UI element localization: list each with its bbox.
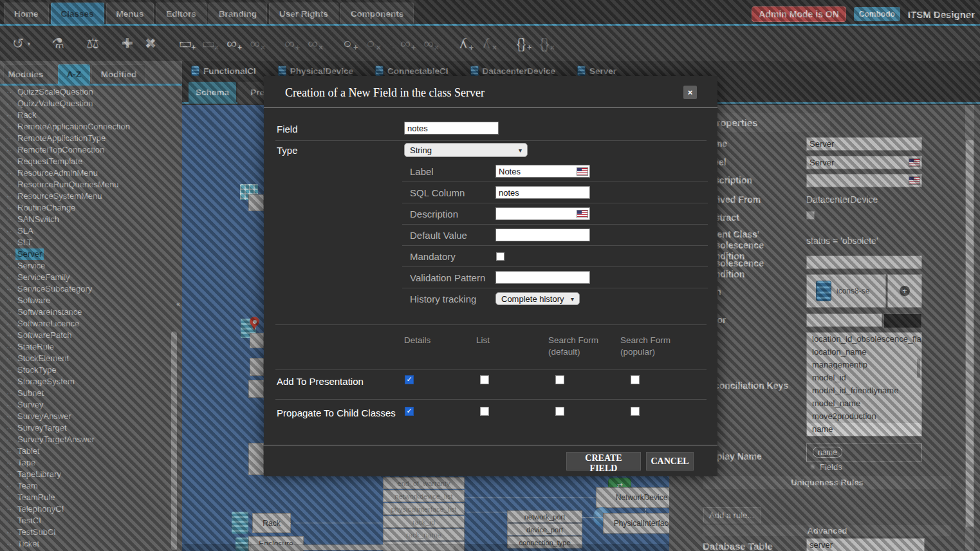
sidebar-class-item[interactable]: RemoteiTopConnection — [0, 144, 182, 156]
fields-radio-icon[interactable] — [809, 464, 815, 470]
sidebar-class-item[interactable]: QuizzValueQuestion — [0, 98, 182, 109]
sidebar-class-item[interactable]: ResourceRunQueriesMenu — [0, 179, 182, 191]
sidebar-class-item[interactable]: StorageSystem — [0, 376, 182, 388]
mandatory-checkbox[interactable] — [496, 252, 504, 261]
sidebar-class-item[interactable]: StockType — [0, 364, 182, 376]
sql-column-input[interactable] — [495, 186, 590, 199]
propagate-list-checkbox[interactable] — [480, 407, 489, 416]
sidebar-class-item[interactable]: Service — [0, 260, 182, 272]
sidebar-class-item[interactable]: ResourceAdminMenu — [0, 167, 182, 179]
sidebar-tab-modules[interactable]: Modules — [3, 64, 48, 84]
remove-node-button[interactable]: ʎ× — [477, 35, 495, 52]
add-to-presentation-list-checkbox[interactable] — [480, 375, 489, 384]
sidebar-class-item[interactable]: SoftwareInstance — [0, 306, 182, 318]
add-field-button[interactable]: ▭+ — [176, 35, 194, 52]
sidebar-class-item[interactable]: ServiceFamily — [0, 272, 182, 283]
propagate-search-default-checkbox[interactable] — [555, 407, 564, 416]
class-tab[interactable]: PhysicalDevice — [278, 66, 353, 76]
sidebar-class-item[interactable]: TapeLibrary — [0, 469, 182, 480]
topnav-tab[interactable]: Home — [4, 3, 49, 24]
sidebar-class-item[interactable]: Survey — [0, 399, 182, 411]
field-input[interactable] — [404, 122, 499, 135]
sidebar-scrollbar[interactable] — [171, 332, 177, 550]
tab-schema[interactable]: Schema — [189, 82, 236, 104]
undo-menu-caret[interactable]: ▾ — [26, 41, 32, 47]
topnav-tab[interactable]: Branding — [208, 3, 267, 24]
attribute-row[interactable]: end_of_warranty — [383, 477, 465, 489]
sidebar-class-item[interactable]: TestCI — [0, 515, 182, 527]
topnav-tab[interactable]: Classes — [51, 3, 104, 24]
sidebar-collapse-handle[interactable]: « — [176, 301, 180, 308]
reconciliation-key-item[interactable]: move2production — [807, 410, 921, 423]
obsolescence-input[interactable] — [806, 256, 922, 269]
add-method-button[interactable]: {}+ — [512, 35, 530, 52]
sidebar-class-item[interactable]: Rack — [0, 109, 182, 121]
sidebar-class-item[interactable]: ServiceSubcategory — [0, 283, 182, 295]
color-input[interactable] — [806, 313, 882, 327]
sidebar-class-item[interactable]: SoftwarePatch — [0, 330, 182, 341]
propagate-search-popular-checkbox[interactable] — [631, 407, 640, 416]
compare-icon[interactable]: ⚖ — [84, 35, 102, 52]
sidebar-class-item[interactable]: RemoteApplicationConnection — [0, 121, 182, 133]
sandbox-icon[interactable]: ⚗ — [49, 35, 67, 52]
scrollbar-thumb[interactable] — [966, 140, 974, 527]
color-swatch[interactable] — [883, 313, 922, 328]
topnav-tab[interactable]: User Rights — [269, 3, 338, 24]
attribute-row[interactable]: rack_id — [383, 516, 465, 528]
reconciliation-key-item[interactable]: model_id_friendlyname — [807, 384, 921, 397]
topnav-tab[interactable]: Editors — [156, 3, 207, 24]
remove-field-button[interactable]: ▭× — [199, 35, 217, 52]
sidebar-class-item[interactable]: SurveyAnswer — [0, 411, 182, 422]
rack-entity-box[interactable]: Rack — [252, 513, 291, 533]
add-rule-button[interactable]: Add a rule... — [703, 507, 761, 523]
icon-preview[interactable]: icons8-se — [806, 274, 886, 308]
remove-relation-button[interactable]: ∞× — [420, 35, 438, 52]
undo-button[interactable]: ↺ — [9, 35, 27, 52]
description-input[interactable] — [495, 207, 590, 220]
history-tracking-select[interactable]: Complete history▾ — [495, 292, 580, 305]
display-name-box[interactable]: name — [806, 443, 922, 462]
add-to-presentation-search-popular-checkbox[interactable] — [631, 375, 640, 384]
attribute-row[interactable]: rack_name — [383, 528, 465, 541]
sidebar-class-item[interactable]: QuizzScaleQuestion — [0, 86, 182, 98]
reconciliation-key-item[interactable]: model_id — [807, 371, 921, 384]
class-tab[interactable]: ConnectableCI — [375, 66, 448, 76]
sidebar-class-item[interactable]: RemoteApplicationType — [0, 133, 182, 144]
reconciliation-key-item[interactable]: managementip — [807, 359, 921, 371]
add-lifecycle-button[interactable]: ○+ — [338, 35, 356, 52]
add-class-button[interactable]: ✚ — [118, 35, 136, 52]
sidebar-tab-modified[interactable]: Modified — [91, 64, 146, 84]
class-tab[interactable]: FunctionalCI — [191, 66, 256, 76]
database-table-input[interactable] — [806, 538, 925, 551]
remove-method-button[interactable]: {}× — [535, 35, 553, 52]
name-input[interactable] — [806, 137, 922, 151]
add-to-presentation-details-checkbox[interactable] — [405, 375, 414, 384]
sidebar-class-item[interactable]: Ticket — [0, 538, 182, 550]
sidebar-class-item[interactable]: SoftwareLicence — [0, 318, 182, 330]
list-scrollbar[interactable] — [917, 359, 920, 378]
sidebar-class-item[interactable]: TestSubCI — [0, 527, 182, 538]
sidebar-class-item[interactable]: StockElement — [0, 353, 182, 364]
abstract-checkbox[interactable] — [806, 211, 815, 219]
scrollbar-thumb[interactable] — [251, 545, 454, 550]
close-icon[interactable]: × — [683, 86, 697, 99]
add-link-button[interactable]: ∞+ — [223, 35, 241, 52]
reconciliation-key-item[interactable]: location_id_obsolescence_flag — [807, 333, 921, 346]
sidebar-class-item[interactable]: Tablet — [0, 445, 182, 457]
label-input[interactable] — [495, 165, 590, 178]
attribute-row[interactable]: networkdevice_list — [383, 490, 465, 502]
delete-class-button[interactable]: ✖ — [142, 35, 160, 52]
topnav-tab[interactable]: Components — [340, 3, 414, 24]
sidebar-class-item[interactable]: SurveyTarget — [0, 422, 182, 434]
validation-pattern-input[interactable] — [495, 271, 590, 284]
sidebar-class-item[interactable]: SLT — [0, 237, 182, 248]
sidebar-class-item[interactable]: Subnet — [0, 388, 182, 399]
remove-link-button[interactable]: ∞× — [246, 35, 264, 52]
attribute-row[interactable]: physicalinterface_list — [383, 503, 465, 515]
description-input[interactable] — [806, 174, 922, 187]
remove-lifecycle-button[interactable]: ○× — [362, 35, 380, 52]
sidebar-class-item[interactable]: SurveyTargetAnswer — [0, 434, 182, 445]
class-tab[interactable]: Server — [577, 66, 616, 76]
port-attribute-row[interactable]: network_port — [507, 510, 582, 523]
propagate-details-checkbox[interactable] — [405, 407, 414, 416]
